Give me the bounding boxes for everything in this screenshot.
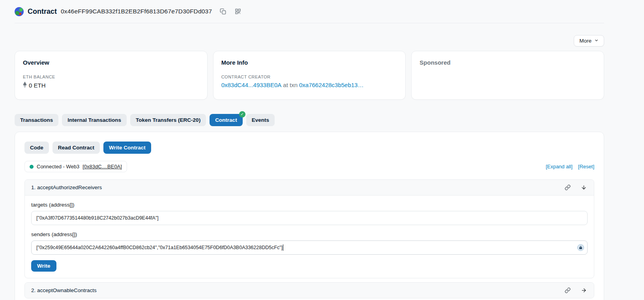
write-method-2-header[interactable]: 2. acceptOwnableContracts [25, 283, 594, 298]
arrow-down-icon [581, 184, 587, 190]
method-2-permalink-button[interactable] [564, 287, 571, 294]
info-cards: Overview ETH BALANCE 0 ETH More Info CON… [15, 51, 604, 100]
more-info-title: More Info [221, 59, 398, 66]
eth-diamond-icon [23, 82, 27, 89]
link-icon [565, 287, 571, 293]
reset-link[interactable]: [Reset] [578, 164, 594, 170]
tab-contract-label: Contract [215, 117, 237, 123]
targets-field-label: targets (address[]) [31, 202, 588, 208]
page-header: Contract 0x46eFF99CAB332f1B2EB2Ff6813D67… [15, 0, 604, 23]
at-txn-text: at txn [283, 82, 298, 88]
senders-input[interactable]: ["0x259c49E65644a020C2A642260a4ffB0CD862… [31, 240, 588, 255]
subtab-read-contract[interactable]: Read Contract [52, 142, 100, 154]
contract-address: 0x46eFF99CAB332f1B2EB2Ff6813D67e7D30FDd0… [61, 8, 212, 15]
targets-input-value: ["0xA3f07D6773514480b918C2742b027b3acD9E… [36, 215, 159, 221]
eth-balance-value: 0 ETH [23, 82, 199, 89]
link-icon [565, 184, 571, 190]
subtab-code[interactable]: Code [24, 142, 49, 154]
expand-all-link[interactable]: [Expand all] [546, 164, 573, 170]
verified-check-icon: ✓ [239, 111, 245, 117]
connected-status-text: Connected - Web3 [37, 164, 79, 170]
write-method-1-title: 1. acceptAuthorizedReceivers [31, 184, 102, 190]
write-button[interactable]: Write [31, 260, 56, 272]
wallet-status-pill: Connected - Web3 [0x83dC....BE0A] [24, 161, 127, 172]
more-info-card: More Info CONTRACT CREATOR 0x83dC44...49… [213, 51, 406, 100]
copy-icon [220, 8, 226, 15]
write-method-2-title: 2. acceptOwnableContracts [31, 287, 97, 293]
senders-input-value: ["0x259c49E65644a020C2A642260a4ffB0CD862… [36, 245, 283, 250]
tab-events[interactable]: Events [246, 114, 275, 126]
creator-address-link[interactable]: 0x83dC44...4933BE0A [221, 82, 282, 88]
eth-balance-label: ETH BALANCE [23, 75, 199, 79]
tab-token-transfers[interactable]: Token Transfers (ERC-20) [130, 114, 206, 126]
more-button-label: More [579, 38, 592, 44]
overview-title: Overview [23, 59, 199, 66]
contract-subtabs: Code Read Contract Write Contract [24, 142, 594, 154]
copy-address-button[interactable] [219, 7, 227, 15]
contract-avatar [15, 7, 24, 16]
sponsored-card: Sponsored [411, 51, 604, 100]
page-title: Contract [28, 7, 57, 16]
more-dropdown-button[interactable]: More [574, 35, 604, 47]
contract-creator-value: 0x83dC44...4933BE0A at txn 0xa7662428c3b… [221, 82, 398, 88]
contract-creator-label: CONTRACT CREATOR [221, 75, 398, 79]
eth-balance-text: 0 ETH [29, 82, 46, 89]
tab-internal-transactions[interactable]: Internal Transactions [62, 114, 127, 126]
targets-input[interactable]: ["0xA3f07D6773514480b918C2742b027b3acD9E… [31, 211, 588, 225]
creation-txn-link[interactable]: 0xa7662428c3b5eb13… [299, 82, 363, 88]
write-method-1-body: targets (address[]) ["0xA3f07D6773514480… [25, 195, 594, 278]
method-1-permalink-button[interactable] [564, 184, 571, 191]
qr-code-icon [235, 8, 241, 15]
write-method-1-header[interactable]: 1. acceptAuthorizedReceivers [25, 180, 594, 195]
tab-contract[interactable]: Contract ✓ [210, 114, 243, 126]
panel-actions: [Expand all] [Reset] [546, 164, 594, 170]
connected-dot-icon [30, 165, 34, 169]
method-2-expand-button[interactable] [580, 287, 588, 294]
toolbar-row: More [15, 35, 604, 47]
write-method-1: 1. acceptAuthorizedReceivers targe [24, 179, 594, 278]
main-tabs: Transactions Internal Transactions Token… [15, 114, 604, 126]
arrow-right-icon [581, 287, 587, 293]
tab-transactions[interactable]: Transactions [15, 114, 58, 126]
sponsored-title: Sponsored [419, 59, 596, 66]
connected-wallet-link[interactable]: [0x83dC....BE0A] [82, 164, 122, 170]
qr-code-button[interactable] [234, 7, 242, 15]
overview-card: Overview ETH BALANCE 0 ETH [15, 51, 208, 100]
chevron-down-icon [594, 38, 599, 44]
connect-row: Connected - Web3 [0x83dC....BE0A] [Expan… [24, 161, 594, 172]
contract-page: Contract 0x46eFF99CAB332f1B2EB2Ff6813D67… [15, 0, 604, 300]
senders-field-label: senders (address[]) [31, 231, 588, 237]
contract-panel: Code Read Contract Write Contract Connec… [15, 132, 604, 300]
text-caret [283, 244, 283, 251]
method-1-collapse-button[interactable] [580, 184, 588, 191]
password-manager-lock-icon[interactable] [577, 244, 584, 251]
write-method-2: 2. acceptOwnableContracts [24, 282, 594, 298]
subtab-write-contract[interactable]: Write Contract [103, 142, 151, 154]
